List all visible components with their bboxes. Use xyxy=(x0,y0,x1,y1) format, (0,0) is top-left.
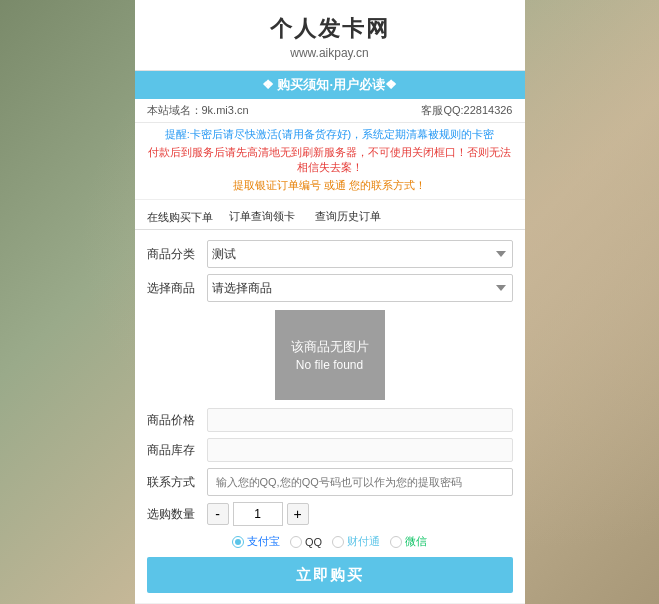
domain-label: 本站域名：9k.mi3.cn xyxy=(147,103,249,118)
pay-wlt-radio[interactable] xyxy=(332,536,344,548)
notice-bar: ❖ 购买须知·用户必读❖ xyxy=(135,71,525,99)
product-row: 选择商品 请选择商品 xyxy=(147,274,513,302)
stock-label: 商品库存 xyxy=(147,442,207,459)
price-field[interactable] xyxy=(207,408,513,432)
qq-label: 客服QQ:22814326 xyxy=(421,103,512,118)
warn-orange: 提取银证订单编号 或通 您的联系方式！ xyxy=(147,178,513,193)
image-zh-text: 该商品无图片 xyxy=(291,338,369,356)
site-header: 个人发卡网 www.aikpay.cn xyxy=(135,0,525,71)
site-title: 个人发卡网 xyxy=(145,14,515,44)
pay-qq[interactable]: QQ xyxy=(290,536,322,548)
qty-label: 选购数量 xyxy=(147,506,207,523)
pay-wlt[interactable]: 财付通 xyxy=(332,534,380,549)
qty-control: - + xyxy=(207,502,309,526)
nav-tabs: 在线购买下单 订单查询领卡 查询历史订单 xyxy=(135,200,525,230)
contact-row: 联系方式 xyxy=(147,468,513,496)
warn-blue: 提醒:卡密后请尽快激活(请用备货存好)，系统定期清幕被规则的卡密 xyxy=(147,127,513,142)
category-label: 商品分类 xyxy=(147,246,207,263)
contact-label: 联系方式 xyxy=(147,474,207,491)
pay-wx-radio[interactable] xyxy=(390,536,402,548)
payment-row: 支付宝 QQ 财付通 微信 xyxy=(147,534,513,549)
pay-wx[interactable]: 微信 xyxy=(390,534,427,549)
nav-label: 在线购买下单 xyxy=(147,210,213,225)
form-section: 商品分类 测试 选择商品 请选择商品 该商品无图片 No file found … xyxy=(135,230,525,603)
qty-minus-button[interactable]: - xyxy=(207,503,229,525)
qty-row: 选购数量 - + xyxy=(147,502,513,526)
pay-zfb[interactable]: 支付宝 xyxy=(232,534,280,549)
price-row: 商品价格 xyxy=(147,408,513,432)
site-url: www.aikpay.cn xyxy=(145,46,515,60)
qty-input[interactable] xyxy=(233,502,283,526)
contact-input[interactable] xyxy=(207,468,513,496)
info-row: 本站域名：9k.mi3.cn 客服QQ:22814326 xyxy=(135,99,525,123)
warn-section: 提醒:卡密后请尽快激活(请用备货存好)，系统定期清幕被规则的卡密 付款后到服务后… xyxy=(135,123,525,200)
product-label: 选择商品 xyxy=(147,280,207,297)
product-image-area: 该商品无图片 No file found xyxy=(147,310,513,400)
buy-button[interactable]: 立即购买 xyxy=(147,557,513,593)
pay-zfb-label: 支付宝 xyxy=(247,534,280,549)
pay-zfb-radio[interactable] xyxy=(232,536,244,548)
qty-plus-button[interactable]: + xyxy=(287,503,309,525)
category-select[interactable]: 测试 xyxy=(207,240,513,268)
pay-wx-label: 微信 xyxy=(405,534,427,549)
image-en-text: No file found xyxy=(296,358,363,372)
category-row: 商品分类 测试 xyxy=(147,240,513,268)
price-label: 商品价格 xyxy=(147,412,207,429)
pay-wlt-label: 财付通 xyxy=(347,534,380,549)
product-select[interactable]: 请选择商品 xyxy=(207,274,513,302)
tab-card-query[interactable]: 订单查询领卡 xyxy=(221,206,303,229)
pay-qq-radio[interactable] xyxy=(290,536,302,548)
product-image-box: 该商品无图片 No file found xyxy=(275,310,385,400)
stock-field[interactable] xyxy=(207,438,513,462)
main-container: 个人发卡网 www.aikpay.cn ❖ 购买须知·用户必读❖ 本站域名：9k… xyxy=(135,0,525,604)
stock-row: 商品库存 xyxy=(147,438,513,462)
pay-qq-label: QQ xyxy=(305,536,322,548)
tab-history-orders[interactable]: 查询历史订单 xyxy=(307,206,389,229)
warn-red: 付款后到服务后请先高清地无到刷新服务器，不可使用关闭框口！否则无法相信失去案！ xyxy=(147,145,513,175)
